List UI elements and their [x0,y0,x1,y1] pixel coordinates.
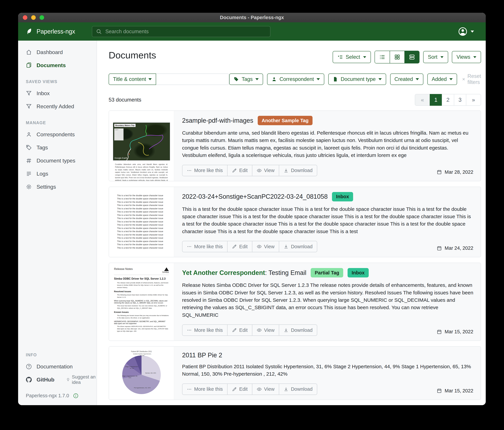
more-like-this-button[interactable]: More like this [182,165,227,176]
tag-icon [26,144,32,150]
map-credit: Google Earth [115,157,127,159]
simba-logo: Simba [162,267,169,273]
pencil-icon [232,168,237,173]
document-thumbnail[interactable]: Release Notes Simba Simba ODBC Driver fo… [109,263,174,341]
pencil-icon [232,328,237,333]
download-button[interactable]: Download [279,325,317,336]
minimize-window-button[interactable] [31,15,36,20]
suggest-idea-link[interactable]: Suggest an idea [66,374,97,385]
filter-added-label: Added [432,76,447,82]
sidebar-item-label: Settings [36,184,56,190]
page-button-current[interactable]: 1 [430,94,442,106]
user-menu[interactable] [458,27,474,37]
sidebar-item-correspondents[interactable]: Correspondents [18,128,97,141]
more-like-this-button[interactable]: More like this [182,325,227,336]
views-dropdown-button[interactable]: Views [452,51,481,63]
info-circle-icon[interactable] [73,393,79,398]
download-button[interactable]: Download [279,241,317,252]
sidebar-section-title: MANAGE [18,120,97,125]
calendar-icon [437,245,442,251]
document-card[interactable]: Release Notes Simba Simba ODBC Driver fo… [109,263,481,341]
filter-field-label: Title & content [113,76,146,82]
sidebar-item-dashboard[interactable]: Dashboard [18,46,97,59]
document-thumbnail[interactable]: This is a test for the double space char… [109,187,174,257]
more-like-this-button[interactable]: More like this [182,241,227,252]
view-button[interactable]: View [252,241,279,252]
funnel-icon [26,90,32,96]
tag-badge[interactable]: Partial Tag [311,268,343,277]
filter-tags-button[interactable]: Tags [229,74,263,85]
macos-titlebar: Documents - Paperless-ngx [18,13,486,22]
sidebar-item-documents[interactable]: Documents [18,59,97,72]
more-like-this-button[interactable]: More like this [182,384,227,395]
document-description: This is a test for the double space char… [182,206,473,235]
sidebar-item-document-types[interactable]: Document types [18,154,97,167]
download-button[interactable]: Download [279,165,317,176]
list-view-button[interactable] [375,51,390,63]
chevron-down-icon [441,56,443,58]
edit-button[interactable]: Edit [227,325,252,336]
grid-view-button[interactable] [390,51,405,63]
document-title[interactable]: Yet Another Correspondent: Testing Email [182,269,306,276]
search-icon [96,28,102,35]
views-label: Views [457,54,470,60]
correspondent-link[interactable]: Yet Another Correspondent [182,269,265,276]
brand[interactable]: Paperless-ngx [26,28,75,35]
chevron-down-icon [316,78,320,80]
sidebar-item-logs[interactable]: Logs [18,167,97,180]
app-window: Documents - Paperless-ngx Paperless-ngx … [18,13,486,405]
document-title[interactable]: 2sample-pdf-with-images [182,117,253,124]
sort-dropdown-button[interactable]: Sort [423,51,448,63]
filter-query-input[interactable] [156,74,229,85]
sidebar-item-settings[interactable]: Settings [18,180,97,193]
document-thumbnail[interactable]: Boundary Waters Trip Legend Google Earth… [109,111,174,181]
download-button[interactable]: Download [279,384,317,395]
edit-button[interactable]: Edit [227,241,252,252]
select-dropdown-button[interactable]: Select [333,51,371,63]
document-card[interactable]: This is a test for the double space char… [109,187,481,257]
document-thumbnail[interactable]: Patient BP Distribution 2011 Isolated Sy… [109,346,174,400]
sidebar-item-tags[interactable]: Tags [18,141,97,154]
document-title[interactable]: 2022-03-24+Sonstige+ScanPC2022-03-24_081… [182,193,328,200]
document-card[interactable]: Boundary Waters Trip Legend Google Earth… [109,111,481,181]
chevron-down-icon [378,78,382,80]
search-input[interactable] [92,26,270,37]
hash-icon [26,158,32,164]
edit-button[interactable]: Edit [227,165,252,176]
sidebar-item-documentation[interactable]: Documentation [18,360,97,373]
gear-icon [26,184,32,190]
close-window-button[interactable] [23,15,27,20]
tag-badge[interactable]: Inbox [332,192,353,201]
leaf-logo-icon [26,28,33,35]
three-dots-icon [187,244,192,249]
zoom-window-button[interactable] [40,15,44,20]
github-icon [26,377,32,383]
filter-field-dropdown[interactable]: Title & content [109,74,156,85]
filter-document-type-button[interactable]: Document type [328,74,386,85]
page-button[interactable]: 3 [454,94,466,106]
view-button[interactable]: View [252,165,279,176]
page-button[interactable]: « [415,94,430,106]
page-button[interactable]: » [466,94,481,106]
download-icon [284,328,288,333]
sidebar-item-inbox[interactable]: Inbox [18,87,97,100]
sidebar-item-recently-added[interactable]: Recently Added [18,100,97,113]
page-button[interactable]: 2 [442,94,454,106]
document-actions: More like this Edit View Download [182,165,317,176]
filter-correspondent-button[interactable]: Correspondent [267,74,324,85]
tag-badge[interactable]: Inbox [348,268,369,277]
document-title[interactable]: 2011 BP Pie 2 [182,352,222,359]
document-card[interactable]: Patient BP Distribution 2011 Isolated Sy… [109,346,481,400]
detail-view-button[interactable] [405,51,419,63]
tag-badge[interactable]: Another Sample Tag [258,116,313,125]
filter-created-button[interactable]: Created [390,74,423,85]
filter-bar: Title & content Tags Correspondent [109,73,481,85]
view-button[interactable]: View [252,325,279,336]
edit-button[interactable]: Edit [227,384,252,395]
sidebar-item-label: Tags [36,144,48,151]
sidebar-item-github[interactable]: GitHub [18,373,60,386]
eye-icon [257,244,262,249]
filter-added-button[interactable]: Added [427,74,457,85]
reset-filters-button[interactable]: × Reset filters [462,73,481,85]
view-button[interactable]: View [252,384,279,395]
